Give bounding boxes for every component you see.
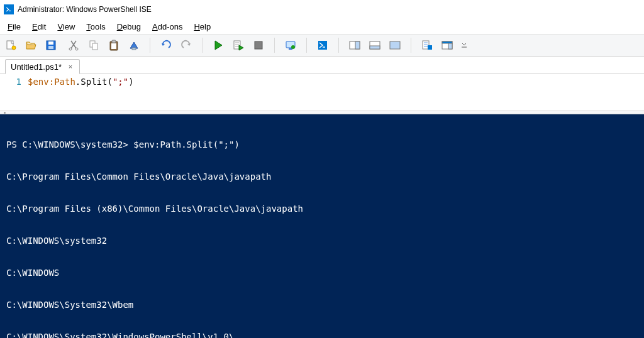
toolbar-separator — [274, 38, 275, 53]
copy-button[interactable] — [87, 38, 101, 52]
svg-rect-23 — [370, 46, 380, 49]
toolbar-separator — [306, 38, 307, 53]
tab-label: Untitled1.ps1* — [11, 62, 62, 72]
line-number-gutter: 1 — [0, 74, 28, 111]
menu-addons[interactable]: Add-ons — [147, 21, 187, 33]
svg-rect-13 — [132, 48, 136, 50]
toolbar-separator — [411, 38, 411, 53]
console-output-line: C:\WINDOWS\system32 — [6, 236, 638, 246]
show-script-pane-button[interactable] — [440, 38, 454, 52]
remote-button[interactable] — [284, 38, 297, 52]
undo-button[interactable] — [159, 38, 173, 52]
toolbar-separator — [150, 38, 150, 53]
svg-point-7 — [75, 48, 78, 50]
svg-rect-5 — [48, 46, 53, 49]
layout-max-button[interactable] — [388, 38, 402, 52]
console-pane[interactable]: PS C:\WINDOWS\system32> $env:Path.Split(… — [0, 114, 644, 338]
menu-tools[interactable]: Tools — [81, 21, 110, 33]
paste-button[interactable] — [107, 38, 121, 52]
layout-right-button[interactable] — [348, 38, 362, 52]
svg-rect-15 — [255, 41, 262, 49]
menu-debug[interactable]: Debug — [112, 21, 146, 33]
show-command-addon-button[interactable] — [420, 38, 434, 52]
console-output-line: C:\WINDOWS — [6, 268, 638, 278]
toolbar-separator — [202, 38, 203, 53]
svg-rect-29 — [448, 43, 452, 49]
menu-edit[interactable]: Edit — [27, 21, 51, 33]
layout-bottom-button[interactable] — [368, 38, 382, 52]
menu-file[interactable]: File — [3, 21, 26, 33]
svg-rect-9 — [92, 43, 97, 50]
svg-point-2 — [12, 46, 16, 50]
new-button[interactable] — [4, 38, 18, 52]
menu-help[interactable]: Help — [189, 21, 216, 33]
svg-point-6 — [69, 48, 72, 50]
run-button[interactable] — [211, 38, 225, 52]
svg-rect-12 — [111, 43, 116, 49]
clear-button[interactable] — [127, 38, 141, 52]
code-line-1[interactable]: $env:Path.Split(";") — [28, 74, 134, 111]
console-output-line: C:\Program Files\Common Files\Oracle\Jav… — [6, 172, 638, 182]
tab-untitled1[interactable]: Untitled1.ps1* × — [5, 59, 80, 74]
console-prompt-line: PS C:\WINDOWS\system32> $env:Path.Split(… — [6, 139, 638, 150]
splitter[interactable] — [0, 111, 644, 114]
menu-view[interactable]: View — [52, 21, 80, 33]
svg-rect-26 — [428, 45, 432, 50]
new-ps-tab-button[interactable] — [316, 38, 330, 52]
save-button[interactable] — [44, 38, 58, 52]
svg-rect-24 — [390, 41, 400, 49]
window-title: Administrator: Windows PowerShell ISE — [18, 5, 152, 14]
svg-rect-21 — [355, 41, 360, 49]
svg-point-18 — [291, 45, 295, 49]
console-output-line: C:\Program Files (x86)\Common Files\Orac… — [6, 204, 638, 214]
stop-button[interactable] — [252, 38, 265, 52]
open-button[interactable] — [24, 38, 38, 52]
tab-row: Untitled1.ps1* × — [0, 57, 644, 74]
svg-rect-4 — [48, 41, 53, 45]
svg-rect-11 — [112, 40, 116, 43]
console-output-line: C:\WINDOWS\System32\WindowsPowerShell\v1… — [6, 332, 638, 338]
title-bar: Administrator: Windows PowerShell ISE — [0, 0, 644, 19]
run-selection-button[interactable] — [231, 38, 245, 52]
script-editor[interactable]: 1 $env:Path.Split(";") — [0, 74, 644, 111]
powershell-app-icon — [4, 4, 14, 14]
menu-bar: File Edit View Tools Debug Add-ons Help — [0, 19, 644, 34]
redo-button[interactable] — [179, 38, 193, 52]
console-output-line: C:\WINDOWS\System32\Wbem — [6, 300, 638, 310]
toolbar-separator — [338, 38, 339, 53]
toolbar — [0, 34, 644, 57]
toolbar-overflow-button[interactable] — [460, 38, 468, 52]
tab-close-button[interactable]: × — [67, 63, 74, 70]
cut-button[interactable] — [67, 38, 80, 52]
